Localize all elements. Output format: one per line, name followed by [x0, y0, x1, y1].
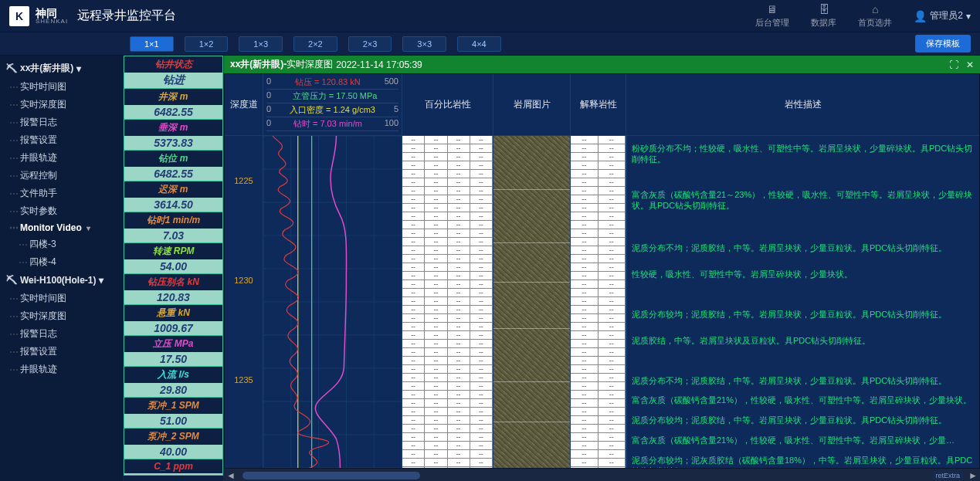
topbar: K 神同 SHENKAI 远程录井监控平台 🖥 后台管理 🗄 数据库 ⌂ 首页选… [0, 0, 980, 32]
lithology-cell: -- [571, 459, 599, 467]
lithology-cell: -- [402, 425, 425, 433]
lithology-cell: -- [470, 391, 493, 399]
param-label: 立压 MPa [124, 336, 222, 352]
tree-realtime-params[interactable]: 实时参数 [0, 202, 123, 220]
lithology-cell: -- [448, 204, 470, 212]
tree2-alarm-setting[interactable]: 报警设置 [0, 343, 123, 361]
well-node-2[interactable]: ⛏ Wei-H100(Hole-1) ▾ [0, 271, 123, 290]
percent-lithology-label: 百分比岩性 [402, 74, 493, 136]
scroll-right-icon[interactable]: ► [966, 470, 980, 481]
tree2-realtime-time[interactable]: 实时时间图 [0, 290, 123, 307]
lithology-cell: -- [470, 365, 493, 374]
lithology-cell: -- [571, 263, 599, 272]
lithology-cell: -- [599, 195, 626, 204]
lithology-cell: -- [599, 391, 626, 399]
lithology-cell: -- [571, 314, 599, 323]
tree-file-helper[interactable]: 文件助手 [0, 185, 123, 202]
lithology-cell: -- [470, 416, 493, 425]
chart-hscroll[interactable]: ◄ retExtra ► [224, 469, 980, 481]
lithology-cell: -- [470, 289, 493, 297]
lithology-cell: -- [402, 153, 425, 161]
lithology-cell: -- [402, 365, 425, 374]
lithology-cell: -- [470, 382, 493, 391]
fullscreen-icon[interactable]: ⛶ [949, 59, 958, 70]
save-template-button[interactable]: 保存模板 [915, 35, 971, 53]
lithology-cell: -- [402, 348, 425, 357]
user-menu[interactable]: 👤 管理员2 ▾ [914, 9, 971, 22]
lithology-cell: -- [448, 374, 470, 382]
tree2-wellbore-traj[interactable]: 井眼轨迹 [0, 361, 123, 378]
tree-realtime-time[interactable]: 实时时间图 [0, 78, 123, 96]
layout-2x2[interactable]: 2×2 [293, 36, 337, 52]
lithology-description: 泥质分布较均；泥质胶结，中等。岩屑呈块状，少量豆粒状。具PDC钻头切削特征。 [632, 309, 975, 320]
lithology-cell: -- [425, 272, 447, 280]
topmenu-admin[interactable]: 🖥 后台管理 [755, 3, 789, 29]
lithology-cell: -- [402, 459, 425, 467]
lithology-cell: -- [402, 221, 425, 229]
layout-2x3[interactable]: 2×3 [348, 36, 392, 52]
lithology-cell: -- [402, 263, 425, 272]
tree-video-1[interactable]: 四楼-3 [0, 235, 123, 253]
param-label: 转速 RPM [124, 243, 222, 259]
lithology-cell: -- [599, 314, 626, 323]
lithology-cell: -- [571, 178, 599, 187]
scroll-thumb[interactable] [242, 472, 420, 479]
layout-4x4[interactable]: 4×4 [457, 36, 501, 52]
tree-alarm-log[interactable]: 报警日志 [0, 113, 123, 131]
close-icon[interactable]: ✕ [966, 59, 974, 70]
tree-video-2[interactable]: 四楼-4 [0, 253, 123, 271]
brand: K 神同 SHENKAI [9, 6, 68, 26]
lithology-cell: -- [571, 340, 599, 348]
lithology-cell: -- [470, 136, 493, 144]
lithology-cell: -- [402, 399, 425, 408]
lithology-cell: -- [402, 357, 425, 365]
layout-1x1[interactable]: 1×1 [130, 36, 174, 52]
lithology-cell: -- [599, 399, 626, 408]
tree-alarm-setting[interactable]: 报警设置 [0, 131, 123, 149]
param-block: 钻井状态钻进 [124, 56, 223, 89]
lithology-cell: -- [599, 178, 626, 187]
lithology-cell: -- [571, 280, 599, 289]
well-node-1[interactable]: ⛏ xx井(新井眼) ▾ [0, 59, 123, 78]
topmenu-database[interactable]: 🗄 数据库 [811, 3, 836, 29]
lithology-cell: -- [571, 212, 599, 221]
tree-realtime-depth[interactable]: 实时深度图 [0, 96, 123, 113]
chevron-down-icon: ▾ [86, 224, 90, 232]
lithology-cell: -- [599, 365, 626, 374]
tree-remote-control[interactable]: 远程控制 [0, 167, 123, 185]
layout-1x2[interactable]: 1×2 [185, 36, 229, 52]
lithology-cell: -- [571, 255, 599, 263]
param-value: 6482.55 [124, 105, 222, 119]
lithology-description: 富含灰质（碳酸钙含量21～23%），性较硬，吸水性、可塑性中等。岩屑呈块状，少量… [632, 189, 975, 211]
tree2-realtime-depth[interactable]: 实时深度图 [0, 307, 123, 325]
param-label: C_1 ppm [124, 459, 222, 473]
lithology-cell: -- [402, 450, 425, 459]
lithology-description: 富含灰质（碳酸钙含量21%），性较硬，吸水性、可塑性中等。岩屑呈碎块状，少量块状… [632, 395, 975, 405]
param-block: 钻压别名 kN120.83 [124, 274, 223, 305]
lithology-cell: -- [599, 212, 626, 221]
lithology-cell: -- [599, 255, 626, 263]
scroll-left-icon[interactable]: ◄ [224, 470, 238, 481]
lithology-cell: -- [599, 238, 626, 246]
layout-1x3[interactable]: 1×3 [239, 36, 283, 52]
lithology-cell: -- [402, 391, 425, 399]
lithology-cell: -- [448, 314, 470, 323]
lithology-cell: -- [470, 399, 493, 408]
param-label: 钻井状态 [124, 56, 222, 73]
tree-monitor-video[interactable]: Monitor Video ▾ [0, 220, 123, 235]
curve-svg [263, 136, 402, 468]
lithology-cell: -- [425, 391, 447, 399]
lithology-cell: -- [448, 272, 470, 280]
lithology-cell: -- [448, 433, 470, 442]
lithology-cell: -- [599, 280, 626, 289]
curve-header-row: 0入口密度 = 1.24 g/cm35 [266, 103, 398, 117]
layout-3x3[interactable]: 3×3 [402, 36, 446, 52]
tree-wellbore-traj[interactable]: 井眼轨迹 [0, 149, 123, 167]
lithology-cell: -- [470, 374, 493, 382]
topmenu-home[interactable]: ⌂ 首页选井 [858, 3, 892, 29]
lithology-cell: -- [448, 178, 470, 187]
tree2-alarm-log[interactable]: 报警日志 [0, 325, 123, 343]
lithology-cell: -- [571, 187, 599, 195]
lithology-cell: -- [470, 442, 493, 450]
lithology-cell: -- [402, 442, 425, 450]
